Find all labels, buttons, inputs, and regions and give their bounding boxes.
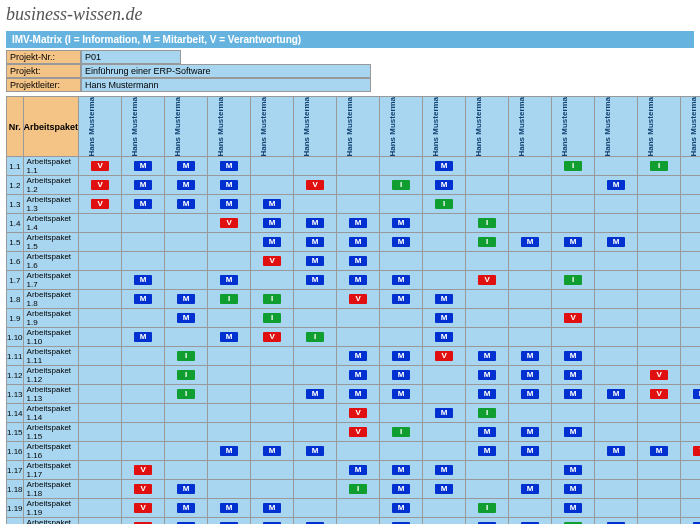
cell-empty xyxy=(380,252,423,271)
cell-empty xyxy=(208,309,251,328)
table-row: 1.2Arbeitspaket 1.2VMMMVIMM161 xyxy=(7,176,701,195)
table-row: 1.13Arbeitspaket 1.13IMMMMMMMVM191 xyxy=(7,385,701,404)
cell-empty xyxy=(466,252,509,271)
table-row: 1.16Arbeitspaket 1.16MMMMMMMV071 xyxy=(7,442,701,461)
cell-empty xyxy=(681,176,700,195)
cell-M: M xyxy=(337,366,380,385)
cell-M: M xyxy=(595,442,638,461)
cell-empty xyxy=(638,328,681,347)
header-arbeitspaket: Arbeitspaket xyxy=(23,97,79,157)
cell-V: V xyxy=(681,442,700,461)
cell-empty xyxy=(165,214,208,233)
cell-empty xyxy=(79,214,122,233)
cell-empty xyxy=(423,214,466,233)
cell-M: M xyxy=(165,157,208,176)
cell-empty xyxy=(595,499,638,518)
table-row: 1.5Arbeitspaket 1.5MMMMIMMM170 xyxy=(7,233,701,252)
cell-M: M xyxy=(509,347,552,366)
cell-empty xyxy=(681,233,700,252)
row-nr: 1.14 xyxy=(7,404,24,423)
cell-I: I xyxy=(423,195,466,214)
cell-empty xyxy=(165,328,208,347)
cell-empty xyxy=(380,328,423,347)
cell-I: I xyxy=(165,347,208,366)
row-arbeitspaket: Arbeitspaket 1.12 xyxy=(23,366,79,385)
cell-M: M xyxy=(337,385,380,404)
cell-empty xyxy=(294,480,337,499)
cell-empty xyxy=(208,404,251,423)
cell-empty xyxy=(552,252,595,271)
cell-M: M xyxy=(337,252,380,271)
person-header: Hans Mustermann xyxy=(595,97,638,157)
row-nr: 1.4 xyxy=(7,214,24,233)
row-nr: 1.19 xyxy=(7,499,24,518)
cell-M: M xyxy=(552,480,595,499)
cell-empty xyxy=(509,499,552,518)
cell-I: I xyxy=(638,157,681,176)
cell-empty xyxy=(552,404,595,423)
cell-empty xyxy=(79,385,122,404)
cell-empty xyxy=(423,271,466,290)
cell-empty xyxy=(466,480,509,499)
cell-empty xyxy=(294,366,337,385)
cell-M: M xyxy=(337,461,380,480)
cell-M: M xyxy=(122,195,165,214)
cell-M: M xyxy=(552,461,595,480)
cell-M: M xyxy=(251,499,294,518)
cell-M: M xyxy=(380,461,423,480)
cell-empty xyxy=(681,328,700,347)
cell-empty xyxy=(638,347,681,366)
cell-M: M xyxy=(122,271,165,290)
row-nr: 1.18 xyxy=(7,480,24,499)
row-arbeitspaket: Arbeitspaket 1.18 xyxy=(23,480,79,499)
cell-M: M xyxy=(466,442,509,461)
imv-matrix-table: Nr.ArbeitspaketHans MustermannHans Muste… xyxy=(6,96,700,524)
cell-M: M xyxy=(122,157,165,176)
table-row: 1.4Arbeitspaket 1.4VMMMMI141 xyxy=(7,214,701,233)
cell-empty xyxy=(294,195,337,214)
cell-empty xyxy=(638,290,681,309)
cell-empty xyxy=(251,461,294,480)
cell-empty xyxy=(294,347,337,366)
cell-empty xyxy=(681,499,700,518)
cell-empty xyxy=(509,328,552,347)
cell-empty xyxy=(638,480,681,499)
cell-I: I xyxy=(208,290,251,309)
cell-V: V xyxy=(638,385,681,404)
cell-empty xyxy=(466,195,509,214)
cell-empty xyxy=(423,518,466,525)
cell-V: V xyxy=(638,366,681,385)
cell-empty xyxy=(595,157,638,176)
cell-empty xyxy=(595,328,638,347)
cell-I: I xyxy=(466,233,509,252)
row-arbeitspaket: Arbeitspaket 1.1 xyxy=(23,157,79,176)
row-nr: 1.3 xyxy=(7,195,24,214)
cell-M: M xyxy=(681,385,700,404)
cell-empty xyxy=(79,347,122,366)
project-label: Projekt: xyxy=(6,64,81,78)
cell-empty xyxy=(165,404,208,423)
row-arbeitspaket: Arbeitspaket 1.14 xyxy=(23,404,79,423)
cell-M: M xyxy=(423,404,466,423)
cell-M: M xyxy=(509,442,552,461)
cell-empty xyxy=(122,442,165,461)
cell-empty xyxy=(79,442,122,461)
cell-M: M xyxy=(165,176,208,195)
cell-M: M xyxy=(466,518,509,525)
row-nr: 1.7 xyxy=(7,271,24,290)
cell-I: I xyxy=(251,290,294,309)
cell-M: M xyxy=(294,442,337,461)
row-nr: 1.5 xyxy=(7,233,24,252)
cell-empty xyxy=(251,347,294,366)
row-arbeitspaket: Arbeitspaket 1.7 xyxy=(23,271,79,290)
cell-empty xyxy=(79,461,122,480)
cell-I: I xyxy=(165,366,208,385)
leader-label: Projektleiter: xyxy=(6,78,81,92)
cell-M: M xyxy=(466,347,509,366)
cell-empty xyxy=(509,252,552,271)
cell-empty xyxy=(251,176,294,195)
cell-empty xyxy=(294,499,337,518)
cell-M: M xyxy=(681,518,700,525)
cell-empty xyxy=(208,385,251,404)
person-header: Hans Mustermann xyxy=(509,97,552,157)
